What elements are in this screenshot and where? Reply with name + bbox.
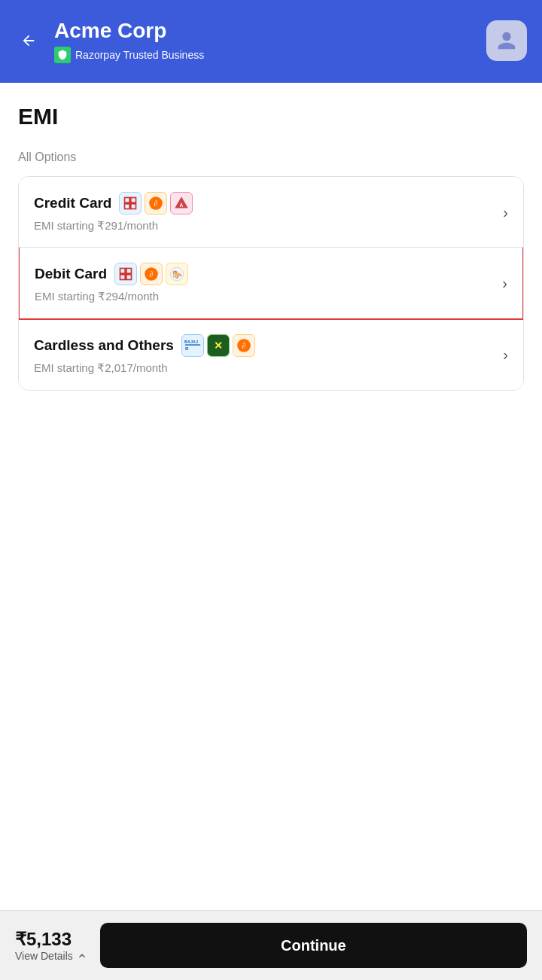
credit-card-left: Credit Card	[34, 192, 193, 233]
back-button[interactable]	[15, 27, 42, 54]
view-details-button[interactable]: View Details	[15, 950, 88, 962]
credit-card-emi: EMI starting ₹291/month	[34, 219, 193, 233]
svg-rect-10	[120, 275, 126, 280]
svg-rect-9	[126, 269, 132, 274]
svg-text:🐎: 🐎	[172, 269, 182, 279]
svg-rect-2	[125, 204, 130, 209]
icici-cardless-icon: ∂	[233, 334, 255, 357]
debit-card-chevron: ›	[502, 275, 507, 292]
debit-card-left: Debit Card	[35, 263, 188, 303]
footer: ₹5,133 View Details Continue	[0, 910, 542, 980]
hdfc-debit-icon	[114, 263, 137, 285]
svg-rect-19	[185, 344, 200, 345]
svg-text:∂: ∂	[154, 199, 158, 208]
header-title-block: Acme Corp Razorpay Trusted Business	[54, 18, 204, 63]
cardless-label: Cardless and Others	[34, 337, 174, 354]
header-left: Acme Corp Razorpay Trusted Business	[15, 18, 204, 63]
chevron-up-icon	[76, 950, 88, 962]
cardless-chevron: ›	[503, 346, 508, 364]
section-label: All Options	[18, 151, 524, 164]
credit-card-label: Credit Card	[34, 195, 111, 212]
user-avatar-button[interactable]	[486, 20, 527, 61]
credit-card-option[interactable]: Credit Card	[19, 177, 523, 248]
debit-card-bank-icons: ∂ 🐎	[114, 263, 188, 285]
svg-text:✕: ✕	[214, 339, 223, 352]
debit-card-name-row: Debit Card	[35, 263, 188, 285]
trusted-business-label: Razorpay Trusted Business	[75, 49, 204, 61]
cardless-emi: EMI starting ₹2,017/month	[34, 361, 255, 375]
bajaj-icon: BAJAJ B	[181, 334, 204, 357]
credit-card-bank-icons: ∂ A	[119, 192, 193, 215]
svg-text:∂: ∂	[150, 270, 154, 278]
page-title: EMI	[18, 104, 524, 129]
svg-rect-0	[125, 198, 130, 203]
cardless-left: Cardless and Others BAJAJ B	[34, 334, 255, 375]
debit-card-option[interactable]: Debit Card	[18, 247, 524, 320]
svg-text:∂: ∂	[242, 342, 245, 350]
icici-icon: ∂	[145, 192, 167, 215]
app-header: Acme Corp Razorpay Trusted Business	[0, 0, 542, 83]
header-subtitle: Razorpay Trusted Business	[54, 47, 204, 63]
zest-icon: ✕	[207, 334, 230, 357]
main-content: EMI All Options Credit Card	[0, 83, 542, 910]
sbi-debit-icon: 🐎	[166, 263, 188, 285]
svg-rect-3	[131, 204, 136, 209]
svg-text:BAJAJ: BAJAJ	[184, 339, 198, 344]
axis-icon: A	[170, 192, 193, 215]
view-details-label: View Details	[15, 950, 73, 962]
footer-amount: ₹5,133	[15, 929, 88, 950]
cardless-option[interactable]: Cardless and Others BAJAJ B	[19, 319, 523, 390]
credit-card-name-row: Credit Card	[34, 192, 193, 215]
merchant-name: Acme Corp	[54, 18, 204, 44]
footer-amount-block: ₹5,133 View Details	[15, 929, 88, 962]
svg-text:A: A	[180, 202, 184, 208]
svg-rect-11	[126, 275, 132, 280]
cardless-bank-icons: BAJAJ B ✕	[181, 334, 255, 357]
emi-options-card: Credit Card	[18, 176, 524, 391]
debit-card-label: Debit Card	[35, 266, 107, 282]
icici-debit-icon: ∂	[140, 263, 163, 285]
hdfc-icon	[119, 192, 142, 215]
cardless-name-row: Cardless and Others BAJAJ B	[34, 334, 255, 357]
svg-text:B: B	[185, 345, 189, 351]
continue-button[interactable]: Continue	[100, 923, 527, 968]
svg-rect-8	[120, 269, 126, 274]
shield-icon	[54, 47, 71, 63]
debit-card-emi: EMI starting ₹294/month	[35, 290, 188, 303]
svg-rect-1	[131, 198, 136, 203]
credit-card-chevron: ›	[503, 204, 508, 221]
